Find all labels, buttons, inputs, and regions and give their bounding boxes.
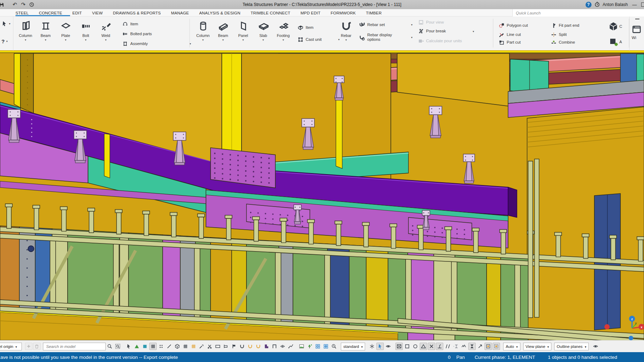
- cast-unit-button[interactable]: Cast unit ▼: [296, 33, 337, 45]
- tab-concrete[interactable]: CONCRETE: [39, 11, 62, 15]
- search-in-selection-icon[interactable]: [114, 343, 121, 350]
- render-image-icon[interactable]: [298, 343, 305, 350]
- concrete-column-button[interactable]: Column▼: [193, 17, 213, 51]
- zoom-original-icon[interactable]: [330, 343, 338, 350]
- relative-coordinates-icon[interactable]: [493, 343, 500, 350]
- snap-parallel-icon[interactable]: [444, 343, 451, 350]
- select-cursor-icon[interactable]: [125, 343, 132, 350]
- origin-select[interactable]: del origin: [0, 343, 22, 350]
- steel-beam-button[interactable]: Beam▼: [36, 17, 56, 51]
- tab-drawings-reports[interactable]: DRAWINGS & REPORTS: [113, 11, 161, 15]
- concrete-item-button[interactable]: Item: [296, 21, 337, 33]
- bolted-parts-button[interactable]: Bolted parts: [121, 29, 188, 39]
- work-plane-icon[interactable]: [141, 343, 149, 350]
- help-tool-button[interactable]: ?▼: [1, 38, 8, 44]
- rebar-view-icon[interactable]: [238, 343, 246, 350]
- clip-plane-icon[interactable]: [214, 343, 221, 350]
- split-button[interactable]: Split: [549, 31, 577, 38]
- selection-filter-select[interactable]: standard: [341, 343, 365, 350]
- point-cloud-icon[interactable]: [368, 343, 376, 350]
- smart-select-icon[interactable]: [198, 343, 205, 350]
- quick-launch-input[interactable]: Quick Launch: [512, 9, 644, 17]
- environment-tree-icon[interactable]: [306, 343, 313, 350]
- select-filter-grid-icon[interactable]: [314, 343, 321, 350]
- maximize-button[interactable]: [641, 2, 644, 7]
- select-assembly-cursor-icon[interactable]: [376, 343, 384, 350]
- measure-icon[interactable]: [287, 343, 294, 350]
- selection-mode-grid-icon[interactable]: [322, 343, 330, 350]
- save-icon[interactable]: [0, 1, 6, 8]
- tab-formwork[interactable]: FORMWORK: [331, 11, 356, 15]
- search-box[interactable]: [43, 343, 106, 350]
- rebar-display-dropdown[interactable]: ▼: [411, 36, 413, 39]
- steel-plate-button[interactable]: Plate▼: [56, 17, 76, 51]
- grid-icon[interactable]: [182, 343, 189, 350]
- ortho-icon[interactable]: [484, 343, 492, 350]
- cut-part-large-button[interactable]: C: [608, 19, 622, 33]
- search-input[interactable]: [45, 344, 103, 349]
- redo-icon[interactable]: ↷: [19, 1, 27, 8]
- history-icon[interactable]: [27, 1, 36, 8]
- ribbon-collapse-button[interactable]: [635, 19, 639, 19]
- flag-icon[interactable]: [230, 343, 238, 350]
- cut-tool-icon[interactable]: [206, 343, 213, 350]
- tab-trimble-connect[interactable]: TRIMBLE CONNECT: [251, 11, 290, 15]
- rebar-display-options-button[interactable]: Rebar display options ▼: [358, 30, 413, 44]
- snap-geometry-lines-icon[interactable]: [404, 343, 411, 350]
- snap-free-icon[interactable]: [468, 343, 476, 350]
- snap-circle-icon[interactable]: [412, 343, 419, 350]
- visibility-eye-icon[interactable]: [384, 343, 392, 350]
- outline-planes-select[interactable]: Outline planes: [554, 343, 589, 350]
- snap-intersection-icon[interactable]: [428, 343, 435, 350]
- concrete-footing-button[interactable]: Footing▼: [273, 17, 293, 51]
- concrete-beam-button[interactable]: Beam▼: [213, 17, 233, 51]
- line-cut-button[interactable]: Line cut: [497, 31, 535, 38]
- direct-modification-icon[interactable]: [133, 343, 140, 350]
- help-icon[interactable]: ?: [586, 2, 592, 8]
- snap-perpendicular-icon[interactable]: [436, 343, 443, 350]
- polygon-cut-button[interactable]: Polygon cut: [497, 20, 535, 31]
- outline-visibility-eye-icon[interactable]: [592, 343, 599, 350]
- tab-mpd-edit[interactable]: MPD EDIT: [301, 11, 321, 15]
- rebar-button[interactable]: Rebar▼: [337, 17, 355, 51]
- concrete-slab-button[interactable]: Slab▼: [253, 17, 273, 51]
- pour-break-dropdown[interactable]: ▼: [472, 30, 475, 33]
- rebar-group-icon[interactable]: [246, 343, 254, 350]
- tab-steel[interactable]: STEEL: [15, 11, 29, 15]
- combine-button[interactable]: Combine: [549, 38, 577, 46]
- add-part-large-button[interactable]: A: [608, 35, 622, 49]
- steel-item-button[interactable]: Item: [121, 19, 188, 29]
- rebar-set-dropdown[interactable]: ▼: [411, 24, 413, 26]
- user-name[interactable]: Anton Balash: [603, 2, 628, 7]
- tab-analysis-design[interactable]: ANALYSIS & DESIGN: [199, 11, 240, 15]
- frame-icon[interactable]: [271, 343, 278, 350]
- rebar-set-button[interactable]: Rebar set ▼: [358, 19, 413, 30]
- pour-break-button[interactable]: Pour break ▼: [417, 27, 475, 36]
- stopwatch-icon[interactable]: [594, 1, 600, 8]
- cast-unit-dropdown[interactable]: ▼: [338, 38, 340, 41]
- snap-depth-select[interactable]: Auto: [503, 343, 520, 350]
- snap-nearest-icon[interactable]: [460, 343, 468, 350]
- end-condition-icon[interactable]: [222, 343, 230, 350]
- snap-grid-icon[interactable]: [149, 343, 157, 350]
- snap-any-direction-icon[interactable]: [476, 343, 484, 350]
- snap-points-icon[interactable]: [157, 343, 165, 350]
- part-cut-button[interactable]: Part cut: [497, 38, 535, 46]
- snap-extension-icon[interactable]: [452, 343, 459, 350]
- window-tool-button[interactable]: Wi: [632, 24, 642, 40]
- steel-column-button[interactable]: Column▼: [15, 17, 36, 51]
- view-plane-select[interactable]: View plane: [523, 343, 552, 350]
- assembly-button[interactable]: Assembly ▼: [121, 39, 188, 49]
- solid-view-icon[interactable]: [174, 343, 181, 350]
- snap-triangle-icon[interactable]: [420, 343, 427, 350]
- model-3d-viewport[interactable]: zxy: [0, 51, 644, 340]
- minimize-button[interactable]: —: [631, 2, 638, 7]
- tab-timber[interactable]: TIMBER: [366, 11, 382, 15]
- free-line-icon[interactable]: [165, 343, 173, 350]
- surface-visibility-icon[interactable]: [279, 343, 286, 350]
- steel-weld-button[interactable]: Weld▼: [96, 17, 116, 51]
- component-icon[interactable]: [263, 343, 270, 350]
- tab-view[interactable]: VIEW: [92, 11, 103, 15]
- tab-manage[interactable]: MANAGE: [171, 11, 189, 15]
- steel-bolt-button[interactable]: Bolt▼: [76, 17, 96, 51]
